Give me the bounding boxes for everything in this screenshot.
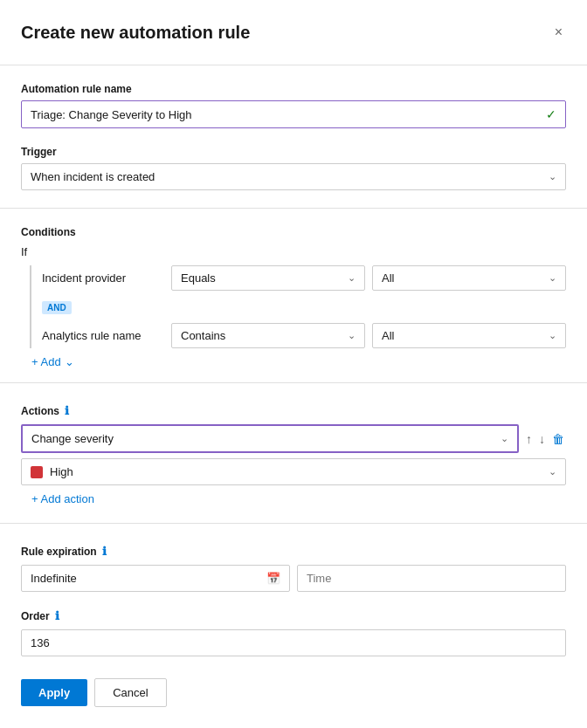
valid-checkmark: ✓ (546, 107, 556, 121)
severity-indicator: High (31, 465, 73, 478)
close-button[interactable]: × (551, 21, 566, 44)
trigger-divider (0, 208, 587, 209)
expiration-date-value: Indefinite (31, 572, 77, 585)
automation-rule-name-input[interactable]: Triage: Change Severity to High ✓ (21, 100, 566, 128)
conditions-section: Conditions If Incident provider Equals ⌄… (21, 226, 566, 368)
condition-operator-select-1[interactable]: Equals ⌄ (171, 265, 365, 291)
calendar-icon: 📅 (266, 572, 280, 585)
operator-chevron-icon-1: ⌄ (348, 272, 356, 284)
create-automation-dialog: Create new automation rule × Automation … (0, 0, 587, 728)
condition-value-select-2[interactable]: All ⌄ (372, 323, 566, 348)
header-divider (0, 65, 587, 65)
action-row: Change severity ⌄ ↑ ↓ 🗑 (21, 424, 566, 453)
operator-chevron-icon-2: ⌄ (348, 330, 356, 341)
actions-info-icon: ℹ (65, 404, 69, 417)
trigger-value: When incident is created (31, 170, 155, 183)
add-condition-chevron-icon: ⌄ (65, 355, 74, 368)
add-action-button[interactable]: + Add action (21, 492, 94, 505)
condition-operator-select-2[interactable]: Contains ⌄ (171, 323, 365, 348)
severity-dot-icon (31, 466, 43, 478)
value-chevron-icon-1: ⌄ (549, 272, 556, 284)
value-chevron-icon-2: ⌄ (549, 330, 556, 341)
cancel-button[interactable]: Cancel (94, 678, 166, 707)
automation-rule-name-label: Automation rule name (21, 83, 566, 95)
rule-expiration-section: Rule expiration ℹ Indefinite 📅 (21, 545, 566, 592)
condition-operator-value-2: Contains (181, 329, 225, 342)
actions-section: Actions ℹ Change severity ⌄ ↑ ↓ 🗑 High ⌄ (21, 404, 566, 505)
move-down-button[interactable]: ↓ (537, 430, 547, 448)
trigger-select[interactable]: When incident is created ⌄ (21, 163, 566, 190)
and-badge: AND (42, 301, 72, 314)
severity-chevron-icon: ⌄ (549, 466, 556, 477)
conditions-border-group: Incident provider Equals ⌄ All ⌄ AND Ana… (30, 265, 566, 348)
move-up-button[interactable]: ↑ (524, 430, 534, 448)
action-type-select[interactable]: Change severity ⌄ (21, 424, 519, 453)
order-input[interactable] (21, 629, 566, 656)
conditions-label: Conditions (21, 226, 566, 238)
automation-rule-name-value: Triage: Change Severity to High (31, 108, 192, 121)
actions-label: Actions ℹ (21, 404, 566, 417)
dialog-header: Create new automation rule × (21, 21, 566, 44)
footer: Apply Cancel (21, 657, 566, 707)
conditions-divider (0, 382, 587, 383)
delete-action-button[interactable]: 🗑 (550, 430, 566, 448)
rule-expiration-label-text: Rule expiration (21, 546, 97, 558)
expiration-time-input[interactable] (297, 565, 566, 592)
order-label-text: Order (21, 610, 50, 622)
rule-expiration-label: Rule expiration ℹ (21, 545, 566, 558)
order-label: Order ℹ (21, 609, 566, 622)
rule-expiration-info-icon: ℹ (102, 545, 107, 558)
condition-operator-value-1: Equals (181, 271, 216, 285)
condition-field-1: Incident provider (42, 271, 164, 285)
condition-value-2: All (382, 329, 394, 342)
add-action-label: + Add action (31, 492, 94, 505)
trigger-label: Trigger (21, 146, 566, 158)
add-condition-label: + Add (31, 355, 61, 368)
condition-value-select-1[interactable]: All ⌄ (372, 265, 566, 291)
condition-value-1: All (382, 271, 394, 285)
dialog-title: Create new automation rule (21, 23, 250, 43)
expiration-row: Indefinite 📅 (21, 565, 566, 592)
condition-selects-1: Equals ⌄ All ⌄ (171, 265, 566, 291)
order-info-icon: ℹ (55, 609, 59, 622)
condition-selects-2: Contains ⌄ All ⌄ (171, 323, 566, 348)
action-type-chevron-icon: ⌄ (501, 433, 508, 444)
condition-row-2: Analytics rule name Contains ⌄ All ⌄ (31, 323, 566, 348)
apply-button[interactable]: Apply (21, 679, 87, 706)
expiration-date-field[interactable]: Indefinite 📅 (21, 565, 290, 592)
condition-row-1: Incident provider Equals ⌄ All ⌄ (31, 265, 566, 291)
trigger-section: Trigger When incident is created ⌄ (21, 146, 566, 190)
severity-select[interactable]: High ⌄ (21, 458, 566, 485)
condition-field-2: Analytics rule name (42, 329, 164, 342)
severity-value: High (50, 465, 73, 478)
action-type-value: Change severity (31, 432, 114, 445)
action-icons: ↑ ↓ 🗑 (524, 430, 566, 448)
trigger-chevron-icon: ⌄ (549, 171, 556, 182)
if-label: If (21, 245, 566, 258)
actions-label-text: Actions (21, 405, 59, 417)
order-section: Order ℹ (21, 609, 566, 656)
actions-divider (0, 523, 587, 524)
automation-rule-name-section: Automation rule name Triage: Change Seve… (21, 83, 566, 128)
add-condition-button[interactable]: + Add ⌄ (21, 355, 74, 368)
